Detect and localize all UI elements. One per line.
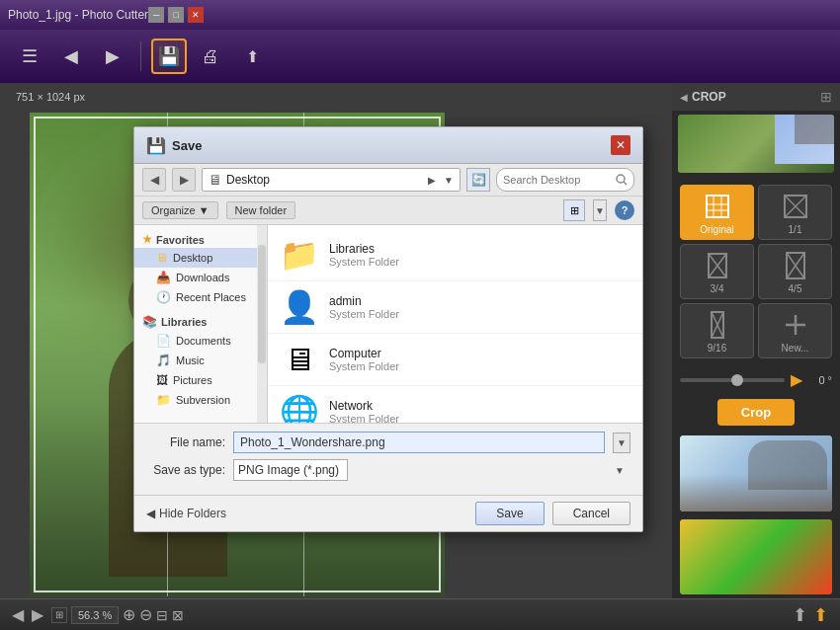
filename-input[interactable] bbox=[233, 432, 605, 453]
crop-original-btn[interactable]: Original bbox=[680, 185, 754, 240]
export-status-icon[interactable]: ⬆ bbox=[813, 604, 828, 626]
rotation-arrow-icon[interactable]: ▶ bbox=[791, 370, 802, 389]
back-button[interactable]: ◀ bbox=[53, 39, 89, 74]
rotation-thumb bbox=[731, 374, 743, 386]
file-info-libraries: Libraries System Folder bbox=[329, 242, 630, 268]
organize-arrow-icon: ▼ bbox=[199, 204, 210, 216]
dialog-actions-bar: Organize ▼ New folder ⊞ ▼ ? bbox=[134, 197, 642, 225]
prev-image-button[interactable]: ◀ bbox=[12, 605, 24, 624]
location-dropdown-icon[interactable]: ▼ bbox=[444, 175, 454, 186]
save-dialog-button[interactable]: Save bbox=[475, 502, 544, 525]
crop-new-label: New... bbox=[782, 343, 809, 354]
dialog-icon: 💾 bbox=[146, 136, 166, 155]
crop-new-btn[interactable]: New... bbox=[758, 303, 832, 358]
file-item-network[interactable]: 🌐 Network System Folder bbox=[268, 386, 642, 423]
cancel-dialog-button[interactable]: Cancel bbox=[552, 502, 630, 525]
crop-34-btn[interactable]: 3/4 bbox=[680, 244, 754, 299]
rotation-slider[interactable] bbox=[680, 378, 785, 382]
file-name-computer: Computer bbox=[329, 347, 630, 360]
forward-button[interactable]: ▶ bbox=[95, 39, 130, 74]
crop-original-icon bbox=[702, 191, 733, 222]
sidebar-downloads-label: Downloads bbox=[176, 272, 229, 283]
next-image-button[interactable]: ▶ bbox=[32, 605, 43, 624]
crop-apply-button[interactable]: Crop bbox=[717, 399, 795, 426]
dialog-title-bar: 💾 Save ✕ bbox=[134, 127, 642, 164]
new-folder-button[interactable]: New folder bbox=[226, 201, 296, 219]
hide-folders-arrow-icon: ◀ bbox=[146, 507, 155, 520]
zoom-in-icon[interactable]: ⊕ bbox=[123, 605, 135, 624]
filename-dropdown-icon[interactable]: ▼ bbox=[613, 433, 630, 453]
sidebar-item-desktop[interactable]: 🖥 Desktop bbox=[134, 248, 267, 268]
file-type-admin: System Folder bbox=[329, 308, 630, 320]
panel-thumb-1 bbox=[680, 435, 832, 511]
sidebar-desktop-label: Desktop bbox=[173, 252, 212, 264]
zoom-out-icon[interactable]: ⊖ bbox=[139, 605, 152, 624]
help-button[interactable]: ? bbox=[615, 200, 634, 220]
sidebar-recent-label: Recent Places bbox=[176, 291, 246, 303]
desktop-icon: 🖥 bbox=[156, 251, 168, 265]
sidebar-item-recent[interactable]: 🕐 Recent Places bbox=[134, 287, 267, 307]
organize-button[interactable]: Organize ▼ bbox=[142, 201, 218, 219]
dialog-footer: ◀ Hide Folders Save Cancel bbox=[134, 495, 642, 531]
status-bar: ◀ ▶ ⊞ 56.3 % ⊕ ⊖ ⊟ ⊠ ⬆ ⬆ bbox=[0, 598, 840, 630]
refresh-button[interactable]: 🔄 bbox=[466, 168, 490, 192]
sidebar-item-documents[interactable]: 📄 Documents bbox=[134, 331, 267, 351]
panel-title: CROP bbox=[692, 90, 816, 104]
file-type-computer: System Folder bbox=[329, 360, 630, 372]
file-info-computer: Computer System Folder bbox=[329, 347, 630, 372]
file-icon-libraries: 📁 bbox=[280, 235, 319, 275]
filetype-select[interactable]: PNG Image (*.png) JPEG Image (*.jpg) BMP… bbox=[233, 459, 348, 481]
libraries-header[interactable]: 📚 Libraries bbox=[134, 313, 267, 331]
filename-row: File name: ▼ bbox=[146, 432, 630, 453]
maximize-button[interactable]: □ bbox=[168, 7, 184, 23]
dialog-close-button[interactable]: ✕ bbox=[611, 135, 630, 155]
sidebar-pictures-label: Pictures bbox=[173, 374, 212, 386]
title-bar-title: Photo_1.jpg - Photo Cutter bbox=[8, 8, 148, 22]
view-dropdown-icon[interactable]: ▼ bbox=[593, 199, 607, 221]
save-button[interactable]: 💾 bbox=[151, 39, 187, 74]
panel-header: ◀ CROP ⊞ bbox=[672, 83, 840, 111]
hide-folders-button[interactable]: ◀ Hide Folders bbox=[146, 507, 226, 520]
sidebar-item-music[interactable]: 🎵 Music bbox=[134, 351, 267, 370]
recent-icon: 🕐 bbox=[156, 290, 171, 304]
favorites-header[interactable]: ★ Favorites bbox=[134, 231, 267, 248]
zoom-level[interactable]: 56.3 % bbox=[71, 606, 119, 624]
sidebar-documents-label: Documents bbox=[176, 335, 231, 347]
fit-screen-icon[interactable]: ⊟ bbox=[156, 607, 168, 623]
crop-45-btn[interactable]: 4/5 bbox=[758, 244, 832, 299]
menu-button[interactable]: ☰ bbox=[12, 39, 47, 74]
right-panel: ◀ CROP ⊞ Orig bbox=[672, 83, 840, 598]
view-toggle-button[interactable]: ⊞ bbox=[563, 199, 585, 221]
file-info-network: Network System Folder bbox=[329, 399, 630, 423]
minimize-button[interactable]: ─ bbox=[148, 7, 164, 23]
dialog-action-buttons: Save Cancel bbox=[475, 502, 630, 525]
organize-label: Organize bbox=[151, 204, 196, 216]
crop-11-btn[interactable]: 1/1 bbox=[758, 185, 832, 240]
sidebar-scrollbar[interactable] bbox=[257, 225, 267, 423]
print-button[interactable]: 🖨 bbox=[193, 39, 228, 74]
file-type-network: System Folder bbox=[329, 413, 630, 423]
file-item-computer[interactable]: 🖥 Computer System Folder bbox=[268, 334, 642, 386]
file-item-libraries[interactable]: 📁 Libraries System Folder bbox=[268, 229, 642, 281]
search-input[interactable] bbox=[496, 168, 634, 192]
file-name-libraries: Libraries bbox=[329, 242, 630, 256]
dialog-forward-button[interactable]: ▶ bbox=[172, 168, 196, 192]
crop-options: Original 1/1 bbox=[672, 177, 840, 366]
file-icon-computer: 🖥 bbox=[280, 340, 319, 379]
filetype-select-arrow-icon: ▼ bbox=[615, 465, 625, 476]
upload-icon[interactable]: ⬆ bbox=[793, 604, 807, 626]
close-button[interactable]: ✕ bbox=[188, 7, 204, 23]
file-list-container: 📁 Libraries System Folder 👤 admin bbox=[268, 225, 642, 423]
toolbar: ☰ ◀ ▶ 💾 🖨 ⬆ bbox=[0, 30, 840, 83]
sidebar-item-downloads[interactable]: 📥 Downloads bbox=[134, 268, 267, 287]
dialog-title-text: Save bbox=[172, 138, 605, 153]
export-button[interactable]: ⬆ bbox=[234, 39, 270, 74]
panel-settings-icon[interactable]: ⊞ bbox=[820, 89, 832, 105]
sidebar-music-label: Music bbox=[176, 354, 205, 366]
file-item-admin[interactable]: 👤 admin System Folder bbox=[268, 281, 642, 334]
sidebar-item-pictures[interactable]: 🖼 Pictures bbox=[134, 370, 267, 390]
sidebar-item-subversion[interactable]: 📁 Subversion bbox=[134, 390, 267, 410]
crop-916-btn[interactable]: 9/16 bbox=[680, 303, 754, 358]
actual-size-icon[interactable]: ⊠ bbox=[172, 607, 184, 623]
dialog-back-button[interactable]: ◀ bbox=[142, 168, 166, 192]
